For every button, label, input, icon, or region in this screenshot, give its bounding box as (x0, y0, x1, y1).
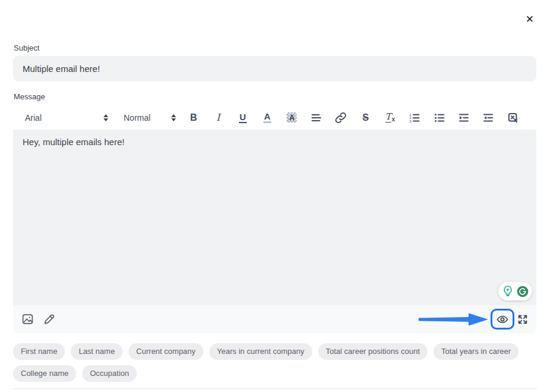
footer-right-actions (419, 309, 528, 330)
assistant-pill (498, 282, 532, 300)
toolbar-icons: B I U A A (181, 109, 525, 127)
select-remove-icon (507, 112, 519, 124)
message-label: Message (14, 92, 45, 101)
annotation-arrow (419, 312, 489, 327)
chevron-updown-icon (171, 114, 176, 121)
italic-button[interactable]: I (206, 109, 230, 127)
editor-toolbar: Arial Normal B I U A A (13, 105, 536, 130)
text-color-icon: A (263, 112, 271, 123)
expand-icon[interactable] (517, 314, 528, 325)
pencil-icon[interactable] (43, 313, 55, 325)
token-chip-college-name[interactable]: College name (13, 365, 76, 382)
outdent-button[interactable] (476, 109, 501, 127)
rich-text-editor: Arial Normal B I U A A (13, 105, 536, 333)
background-color-icon: A (287, 112, 297, 123)
paragraph-style-value: Normal (124, 113, 150, 123)
message-editor-body[interactable]: Hey, multiple emails here! (13, 130, 536, 305)
bullet-list-icon (433, 112, 445, 124)
strikethrough-icon: S (362, 112, 369, 123)
bullet-list-button[interactable] (427, 109, 451, 127)
link-icon (335, 112, 347, 124)
footer-left-actions (21, 313, 55, 325)
token-chip-first-name[interactable]: First name (13, 343, 65, 360)
align-icon (310, 112, 322, 124)
close-icon[interactable]: ✕ (526, 14, 534, 24)
subject-input[interactable] (13, 56, 536, 81)
lightbulb-icon[interactable] (501, 285, 514, 298)
token-chip-current-company[interactable]: Current company (128, 343, 203, 360)
token-chip-years-in-current-company[interactable]: Years in current company (209, 343, 312, 360)
text-color-button[interactable]: A (255, 109, 279, 127)
editor-footer (13, 305, 536, 333)
underline-button[interactable]: U (231, 109, 255, 127)
clear-formatting-icon: Tx (385, 112, 395, 123)
token-chip-last-name[interactable]: Last name (71, 343, 122, 360)
bottom-divider (13, 388, 537, 389)
underline-icon: U (239, 112, 247, 123)
preview-button[interactable] (491, 309, 514, 330)
grammarly-icon[interactable] (516, 285, 529, 298)
eye-icon (497, 313, 508, 325)
message-content: Hey, multiple emails here! (23, 137, 124, 147)
ordered-list-icon: 1 2 3 (409, 112, 420, 124)
strikethrough-button[interactable]: S (353, 109, 378, 127)
clear-formatting-button[interactable]: Tx (378, 109, 402, 127)
italic-icon: I (216, 112, 220, 123)
svg-text:3: 3 (410, 119, 412, 123)
token-chip-total-years-in-career[interactable]: Total years in career (433, 343, 519, 360)
font-family-value: Arial (25, 113, 42, 123)
token-chips: First name Last name Current company Yea… (13, 343, 538, 382)
link-button[interactable] (329, 109, 353, 127)
outdent-icon (482, 112, 494, 124)
font-family-picker[interactable]: Arial (25, 113, 108, 123)
background-color-button[interactable]: A (279, 109, 304, 127)
bold-button[interactable]: B (181, 109, 206, 127)
align-button[interactable] (304, 109, 328, 127)
image-icon[interactable] (21, 313, 34, 325)
indent-button[interactable] (451, 109, 476, 127)
select-remove-button[interactable] (501, 109, 525, 127)
indent-icon (458, 112, 470, 124)
bold-icon: B (190, 112, 197, 123)
paragraph-style-picker[interactable]: Normal (124, 113, 176, 123)
token-chip-total-career-positions-count[interactable]: Total career positions count (318, 343, 428, 360)
subject-label: Subject (14, 43, 39, 52)
token-chip-occupation[interactable]: Occupation (82, 365, 137, 382)
ordered-list-button[interactable]: 1 2 3 (403, 109, 427, 127)
chevron-updown-icon (103, 114, 108, 121)
